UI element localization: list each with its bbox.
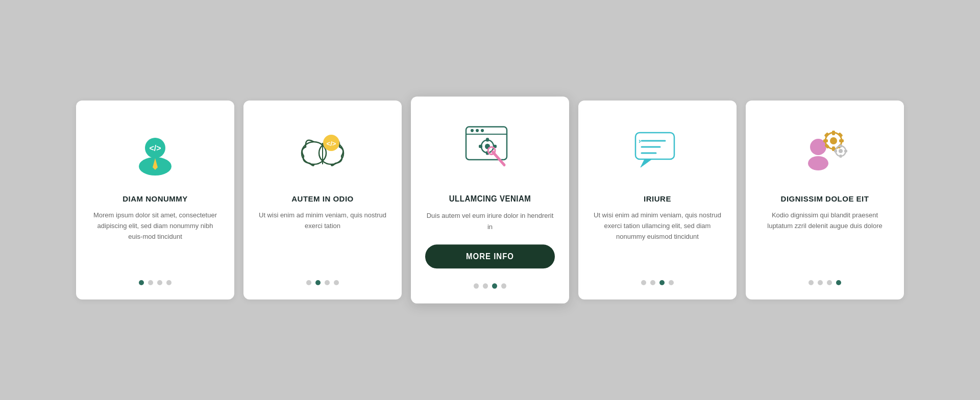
more-info-button[interactable]: MORE INFO: [425, 244, 555, 268]
dot-1-2: [157, 280, 162, 285]
cards-container: </> DIAM NONUMMY Morem ipsum dolor sit a…: [45, 80, 935, 320]
card-1-icon-area: </>: [125, 119, 186, 180]
card-4-title: IRIURE: [644, 194, 671, 203]
dot-2-1: [315, 280, 321, 285]
svg-rect-46: [844, 150, 847, 153]
svg-rect-37: [824, 132, 829, 138]
dot-4-1: [650, 280, 655, 285]
card-2-dots: [306, 280, 339, 285]
dot-1-0: [139, 280, 144, 285]
card-5-dots: [808, 280, 841, 285]
card-4-desc: Ut wisi enim ad minim veniam, quis nostr…: [593, 210, 722, 266]
card-4-dots: [641, 280, 674, 285]
card-5-desc: Kodio dignissim qui blandit praesent lup…: [760, 210, 890, 266]
dot-1-1: [148, 280, 153, 285]
dot-4-0: [641, 280, 646, 285]
svg-rect-45: [834, 150, 837, 153]
svg-rect-40: [838, 132, 843, 138]
card-5: DIGNISSIM DOLOE EIT Kodio dignissim qui …: [746, 101, 904, 299]
dot-2-3: [334, 280, 339, 285]
card-4-icon-area: ›: [627, 119, 688, 180]
svg-point-32: [830, 137, 837, 144]
svg-rect-43: [840, 144, 842, 147]
card-3-title: ULLAMCING VENIAM: [449, 194, 531, 204]
card-1-desc: Morem ipsum dolor sit amet, consectetuer…: [90, 210, 220, 266]
dot-3-3: [501, 283, 506, 288]
card-5-title: DIGNISSIM DOLOE EIT: [781, 194, 869, 203]
svg-point-11: [471, 129, 474, 132]
svg-rect-16: [486, 138, 489, 141]
dot-5-2: [827, 280, 832, 285]
dot-5-0: [808, 280, 814, 285]
svg-rect-44: [840, 155, 842, 158]
card-1: </> DIAM NONUMMY Morem ipsum dolor sit a…: [76, 101, 234, 299]
dot-5-3: [836, 280, 841, 285]
dot-4-2: [659, 280, 665, 285]
dot-3-1: [483, 283, 488, 288]
dot-4-3: [669, 280, 674, 285]
dot-3-2: [492, 283, 497, 288]
svg-rect-33: [832, 131, 835, 135]
card-2-desc: Ut wisi enim ad minim veniam, quis nostr…: [258, 210, 387, 266]
dot-3-0: [474, 283, 479, 288]
svg-point-42: [839, 149, 843, 153]
card-3-dots: [474, 283, 506, 288]
svg-text:›: ›: [639, 137, 641, 145]
card-1-dots: [139, 280, 172, 285]
svg-point-13: [481, 129, 484, 132]
card-5-icon-area: [794, 119, 855, 180]
svg-rect-36: [839, 139, 844, 142]
card-4: › IRIURE Ut wisi enim ad minim veniam, q…: [578, 101, 737, 299]
dot-2-2: [325, 280, 330, 285]
svg-rect-18: [479, 145, 482, 148]
svg-text:</>: </>: [327, 140, 336, 147]
svg-point-30: [808, 156, 828, 170]
card-2: </> AUTEM IN ODIO Ut wisi enim ad minim …: [243, 101, 402, 299]
svg-rect-35: [823, 139, 828, 142]
dot-2-0: [306, 280, 311, 285]
card-3: ULLAMCING VENIAM Duis autem vel eum iriu…: [411, 96, 569, 303]
svg-text:</>: </>: [149, 144, 161, 153]
card-2-title: AUTEM IN ODIO: [291, 194, 354, 203]
card-3-desc: Duis autem vel eum iriure dolor in hendr…: [425, 211, 555, 233]
dot-1-3: [166, 280, 172, 285]
card-3-icon-area: [459, 116, 521, 180]
svg-rect-22: [635, 133, 674, 159]
svg-point-12: [476, 129, 479, 132]
dot-5-1: [818, 280, 823, 285]
card-1-title: DIAM NONUMMY: [122, 194, 188, 203]
card-2-icon-area: </>: [292, 119, 353, 180]
